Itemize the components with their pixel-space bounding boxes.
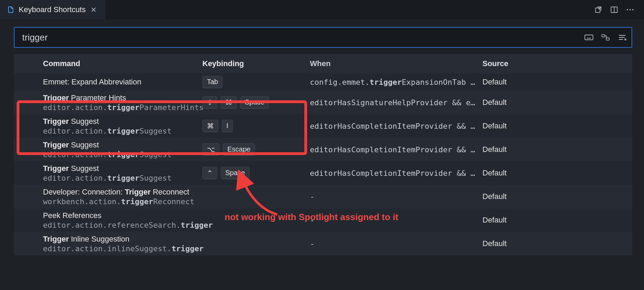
keybinding-cell: ⌥Escape	[202, 143, 310, 156]
keyboard-icon[interactable]	[584, 32, 594, 43]
key-cap: ⌃	[202, 167, 217, 179]
source-cell: Default	[482, 169, 528, 178]
source-cell: Default	[482, 98, 528, 107]
key-cap: ⇧	[202, 96, 217, 109]
table-body: Emmet: Expand AbbreviationTabconfig.emme…	[14, 73, 632, 255]
search-input[interactable]	[21, 32, 584, 43]
title-actions	[594, 6, 644, 14]
table-row[interactable]: Trigger Suggesteditor.action.triggerSugg…	[14, 114, 632, 138]
tab-bar: Keyboard Shortcuts	[0, 0, 644, 19]
when-clause: -	[310, 239, 482, 248]
command-name: Trigger Suggest	[43, 164, 202, 173]
table-row[interactable]: Emmet: Expand AbbreviationTabconfig.emme…	[14, 73, 632, 91]
command-name: Emmet: Expand Abbreviation	[43, 78, 202, 87]
command-id: editor.action.inlineSuggest.trigger	[43, 244, 202, 253]
svg-rect-2	[585, 35, 593, 40]
col-when[interactable]: When	[310, 59, 482, 68]
table-row[interactable]: Peek Referenceseditor.action.referenceSe…	[14, 208, 632, 232]
when-clause: config.emmet.triggerExpansionOnTab && e…	[310, 78, 482, 87]
command-name: Peek References	[43, 211, 202, 220]
svg-rect-3	[602, 35, 605, 37]
source-cell: Default	[482, 216, 528, 225]
key-cap: Space	[221, 167, 250, 179]
source-cell: Default	[482, 145, 528, 154]
source-cell: Default	[482, 121, 528, 130]
table-row[interactable]: Trigger Suggesteditor.action.triggerSugg…	[14, 161, 632, 185]
key-cap: Escape	[223, 143, 255, 156]
command-id: editor.action.triggerSuggest	[43, 150, 202, 159]
table-header: Command Keybinding When Source	[14, 54, 632, 73]
keybinding-cell: ⌃Space	[202, 167, 310, 179]
file-icon	[7, 6, 15, 13]
command-id: editor.action.triggerParameterHints	[43, 103, 202, 112]
when-clause: editorHasCompletionItemProvider && text…	[310, 169, 482, 178]
command-id: workbench.action.triggerReconnect	[43, 197, 202, 206]
keybinding-cell: Tab	[202, 76, 310, 88]
clear-filter-icon[interactable]	[617, 32, 627, 43]
col-source[interactable]: Source	[482, 59, 528, 68]
when-clause: editorHasCompletionItemProvider && text…	[310, 122, 482, 130]
command-id: editor.action.referenceSearch.trigger	[43, 221, 202, 229]
command-name: Trigger Inline Suggestion	[43, 235, 202, 244]
keybinding-cell: ⇧⌘Space	[202, 96, 310, 109]
command-id: editor.action.triggerSuggest	[43, 127, 202, 135]
key-cap: I	[222, 120, 233, 132]
key-cap: ⌘	[202, 120, 218, 132]
when-clause: editorHasSignatureHelpProvider && edito…	[310, 98, 482, 107]
when-clause: -	[310, 192, 482, 201]
key-cap: Tab	[202, 76, 223, 88]
search-actions	[584, 32, 627, 43]
when-clause: editorHasCompletionItemProvider && text…	[310, 145, 482, 154]
svg-rect-4	[606, 38, 609, 40]
search-box[interactable]	[14, 27, 632, 48]
key-cap: ⌥	[202, 143, 219, 156]
table-row[interactable]: Trigger Inline Suggestioneditor.action.i…	[14, 232, 632, 255]
command-name: Trigger Suggest	[43, 117, 202, 126]
shortcuts-table: Command Keybinding When Source Emmet: Ex…	[14, 54, 632, 255]
close-icon[interactable]	[90, 6, 97, 13]
table-row[interactable]: Trigger Suggesteditor.action.triggerSugg…	[14, 138, 632, 161]
command-name: Trigger Suggest	[43, 141, 202, 149]
key-cap: ⌘	[221, 96, 237, 109]
search-region	[0, 19, 644, 51]
when-clause: -	[310, 216, 482, 225]
source-cell: Default	[482, 239, 528, 248]
key-cap: Space	[240, 96, 269, 109]
col-command[interactable]: Command	[43, 59, 202, 68]
open-remote-icon[interactable]	[594, 6, 602, 14]
table-row[interactable]: Developer: Connection: Trigger Reconnect…	[14, 185, 632, 208]
source-cell: Default	[482, 78, 528, 87]
col-keybinding[interactable]: Keybinding	[202, 59, 310, 68]
more-actions-icon[interactable]	[626, 6, 634, 14]
command-id: editor.action.triggerSuggest	[43, 174, 202, 182]
command-name: Trigger Parameter Hints	[43, 93, 202, 102]
keybinding-cell: ⌘I	[202, 120, 310, 132]
table-row[interactable]: Trigger Parameter Hintseditor.action.tri…	[14, 91, 632, 114]
source-cell: Default	[482, 192, 528, 201]
sort-precedence-icon[interactable]	[600, 32, 611, 43]
split-editor-icon[interactable]	[610, 6, 618, 14]
tab-title: Keyboard Shortcuts	[19, 5, 86, 14]
command-name: Developer: Connection: Trigger Reconnect	[43, 188, 202, 197]
editor-tab-keyboard-shortcuts[interactable]: Keyboard Shortcuts	[0, 0, 106, 19]
